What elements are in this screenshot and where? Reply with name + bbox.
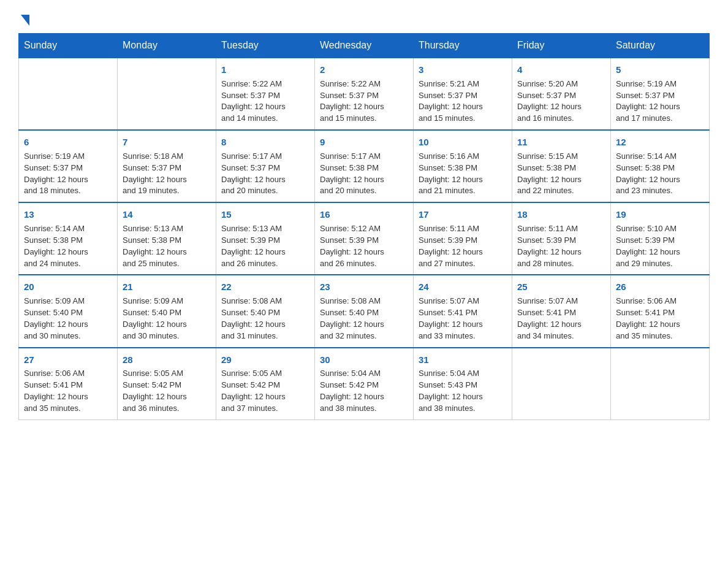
calendar-cell — [512, 348, 611, 420]
day-info: Sunrise: 5:04 AMSunset: 5:43 PMDaylight:… — [419, 368, 507, 414]
calendar-week-row: 1Sunrise: 5:22 AMSunset: 5:37 PMDaylight… — [19, 58, 710, 130]
header-day-friday: Friday — [512, 34, 611, 58]
day-info: Sunrise: 5:12 AMSunset: 5:39 PMDaylight:… — [320, 223, 408, 269]
day-number: 13 — [24, 208, 112, 221]
day-info: Sunrise: 5:17 AMSunset: 5:38 PMDaylight:… — [320, 151, 408, 197]
calendar-cell: 8Sunrise: 5:17 AMSunset: 5:37 PMDaylight… — [216, 130, 315, 202]
day-number: 8 — [221, 136, 309, 149]
header-day-monday: Monday — [118, 34, 216, 58]
day-info: Sunrise: 5:07 AMSunset: 5:41 PMDaylight:… — [517, 296, 605, 342]
day-info: Sunrise: 5:13 AMSunset: 5:38 PMDaylight:… — [123, 223, 211, 269]
calendar-week-row: 13Sunrise: 5:14 AMSunset: 5:38 PMDayligh… — [19, 202, 710, 275]
day-info: Sunrise: 5:10 AMSunset: 5:39 PMDaylight:… — [616, 223, 704, 269]
day-number: 9 — [320, 136, 408, 149]
calendar-cell: 3Sunrise: 5:21 AMSunset: 5:37 PMDaylight… — [414, 58, 512, 130]
logo-arrow-icon — [21, 15, 29, 26]
calendar-cell — [19, 58, 118, 130]
day-info: Sunrise: 5:11 AMSunset: 5:39 PMDaylight:… — [517, 223, 605, 269]
day-number: 20 — [24, 280, 112, 294]
calendar-cell: 9Sunrise: 5:17 AMSunset: 5:38 PMDaylight… — [315, 130, 414, 202]
day-info: Sunrise: 5:20 AMSunset: 5:37 PMDaylight:… — [517, 79, 605, 124]
calendar-cell: 26Sunrise: 5:06 AMSunset: 5:41 PMDayligh… — [611, 275, 710, 347]
day-info: Sunrise: 5:19 AMSunset: 5:37 PMDaylight:… — [616, 79, 704, 124]
calendar-cell: 6Sunrise: 5:19 AMSunset: 5:37 PMDaylight… — [19, 130, 118, 202]
calendar-cell: 2Sunrise: 5:22 AMSunset: 5:37 PMDaylight… — [315, 58, 414, 130]
day-info: Sunrise: 5:22 AMSunset: 5:37 PMDaylight:… — [221, 79, 309, 124]
day-info: Sunrise: 5:05 AMSunset: 5:42 PMDaylight:… — [123, 368, 211, 414]
header-day-thursday: Thursday — [414, 34, 512, 58]
day-info: Sunrise: 5:11 AMSunset: 5:39 PMDaylight:… — [419, 223, 507, 269]
day-number: 29 — [221, 353, 309, 367]
calendar-cell: 10Sunrise: 5:16 AMSunset: 5:38 PMDayligh… — [414, 130, 512, 202]
calendar-cell: 19Sunrise: 5:10 AMSunset: 5:39 PMDayligh… — [611, 202, 710, 275]
calendar-cell: 21Sunrise: 5:09 AMSunset: 5:40 PMDayligh… — [118, 275, 216, 347]
header-day-saturday: Saturday — [611, 34, 710, 58]
calendar-cell: 14Sunrise: 5:13 AMSunset: 5:38 PMDayligh… — [118, 202, 216, 275]
calendar-cell: 18Sunrise: 5:11 AMSunset: 5:39 PMDayligh… — [512, 202, 611, 275]
calendar-cell: 20Sunrise: 5:09 AMSunset: 5:40 PMDayligh… — [19, 275, 118, 347]
day-number: 19 — [616, 208, 704, 221]
day-info: Sunrise: 5:08 AMSunset: 5:40 PMDaylight:… — [320, 296, 408, 342]
day-number: 2 — [320, 63, 408, 77]
day-number: 26 — [616, 280, 704, 294]
calendar-cell: 5Sunrise: 5:19 AMSunset: 5:37 PMDaylight… — [611, 58, 710, 130]
day-number: 10 — [419, 136, 507, 149]
day-info: Sunrise: 5:14 AMSunset: 5:38 PMDaylight:… — [616, 151, 704, 197]
day-info: Sunrise: 5:06 AMSunset: 5:41 PMDaylight:… — [24, 368, 112, 414]
day-info: Sunrise: 5:19 AMSunset: 5:37 PMDaylight:… — [24, 151, 112, 197]
day-info: Sunrise: 5:05 AMSunset: 5:42 PMDaylight:… — [221, 368, 309, 414]
calendar-cell: 12Sunrise: 5:14 AMSunset: 5:38 PMDayligh… — [611, 130, 710, 202]
day-number: 7 — [123, 136, 211, 149]
day-info: Sunrise: 5:17 AMSunset: 5:37 PMDaylight:… — [221, 151, 309, 197]
day-number: 23 — [320, 280, 408, 294]
header-day-tuesday: Tuesday — [216, 34, 315, 58]
day-info: Sunrise: 5:21 AMSunset: 5:37 PMDaylight:… — [419, 79, 507, 124]
day-number: 14 — [123, 208, 211, 221]
day-info: Sunrise: 5:16 AMSunset: 5:38 PMDaylight:… — [419, 151, 507, 197]
day-info: Sunrise: 5:15 AMSunset: 5:38 PMDaylight:… — [517, 151, 605, 197]
day-number: 11 — [517, 136, 605, 149]
day-number: 16 — [320, 208, 408, 221]
day-number: 28 — [123, 353, 211, 367]
calendar-cell — [118, 58, 216, 130]
calendar-cell: 29Sunrise: 5:05 AMSunset: 5:42 PMDayligh… — [216, 348, 315, 420]
calendar-cell: 22Sunrise: 5:08 AMSunset: 5:40 PMDayligh… — [216, 275, 315, 347]
day-info: Sunrise: 5:14 AMSunset: 5:38 PMDaylight:… — [24, 223, 112, 269]
day-number: 15 — [221, 208, 309, 221]
day-number: 27 — [24, 353, 112, 367]
page-header — [18, 12, 710, 21]
logo — [18, 12, 29, 21]
day-info: Sunrise: 5:08 AMSunset: 5:40 PMDaylight:… — [221, 296, 309, 342]
calendar-cell: 7Sunrise: 5:18 AMSunset: 5:37 PMDaylight… — [118, 130, 216, 202]
calendar-cell: 15Sunrise: 5:13 AMSunset: 5:39 PMDayligh… — [216, 202, 315, 275]
day-number: 21 — [123, 280, 211, 294]
calendar-cell: 1Sunrise: 5:22 AMSunset: 5:37 PMDaylight… — [216, 58, 315, 130]
day-number: 1 — [221, 63, 309, 77]
day-number: 24 — [419, 280, 507, 294]
day-number: 17 — [419, 208, 507, 221]
day-number: 22 — [221, 280, 309, 294]
day-number: 30 — [320, 353, 408, 367]
day-number: 25 — [517, 280, 605, 294]
day-number: 3 — [419, 63, 507, 77]
day-number: 5 — [616, 63, 704, 77]
calendar-header-row: SundayMondayTuesdayWednesdayThursdayFrid… — [19, 34, 710, 58]
calendar-cell: 25Sunrise: 5:07 AMSunset: 5:41 PMDayligh… — [512, 275, 611, 347]
calendar-week-row: 6Sunrise: 5:19 AMSunset: 5:37 PMDaylight… — [19, 130, 710, 202]
calendar-cell: 27Sunrise: 5:06 AMSunset: 5:41 PMDayligh… — [19, 348, 118, 420]
day-info: Sunrise: 5:22 AMSunset: 5:37 PMDaylight:… — [320, 79, 408, 124]
calendar-cell: 17Sunrise: 5:11 AMSunset: 5:39 PMDayligh… — [414, 202, 512, 275]
header-day-sunday: Sunday — [19, 34, 118, 58]
day-info: Sunrise: 5:13 AMSunset: 5:39 PMDaylight:… — [221, 223, 309, 269]
day-number: 31 — [419, 353, 507, 367]
calendar-week-row: 27Sunrise: 5:06 AMSunset: 5:41 PMDayligh… — [19, 348, 710, 420]
header-day-wednesday: Wednesday — [315, 34, 414, 58]
day-info: Sunrise: 5:07 AMSunset: 5:41 PMDaylight:… — [419, 296, 507, 342]
calendar-table: SundayMondayTuesdayWednesdayThursdayFrid… — [18, 33, 710, 420]
calendar-cell: 16Sunrise: 5:12 AMSunset: 5:39 PMDayligh… — [315, 202, 414, 275]
day-info: Sunrise: 5:09 AMSunset: 5:40 PMDaylight:… — [123, 296, 211, 342]
calendar-cell: 30Sunrise: 5:04 AMSunset: 5:42 PMDayligh… — [315, 348, 414, 420]
day-number: 4 — [517, 63, 605, 77]
day-number: 6 — [24, 136, 112, 149]
calendar-cell: 4Sunrise: 5:20 AMSunset: 5:37 PMDaylight… — [512, 58, 611, 130]
